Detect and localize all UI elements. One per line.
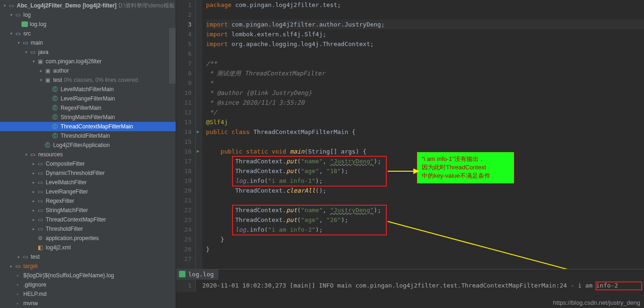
chevron-down-icon: ▾ — [2, 3, 7, 8]
package-icon: ▣ — [44, 76, 51, 84]
code-line: ThreadContext.put("age", "26"); — [206, 215, 644, 225]
run-gutter: ▶ ▶ — [196, 0, 202, 269]
callout-text: 中的key-value不满足条件 — [422, 172, 509, 180]
project-root[interactable]: ▾ ▭ Abc_Log4j2Filter_Demo [log4j2-filter… — [0, 1, 176, 10]
run-icon[interactable]: ▶ — [197, 129, 199, 134]
class-icon: Ⓒ — [51, 104, 59, 112]
log-output-panel[interactable]: log.log 1 2020-11-01 10:02:30,273 [main|… — [176, 269, 644, 291]
code-line: public class ThreadContextMapFilterMain … — [206, 127, 644, 137]
xml-icon: ◧ — [36, 244, 44, 251]
chevron-down-icon: ▾ — [23, 50, 29, 54]
class-icon: Ⓒ — [51, 114, 59, 121]
chevron-right-icon: ▸ — [16, 254, 21, 259]
tree-file-loglog[interactable]: log.log — [0, 20, 176, 29]
tree-folder-test[interactable]: ▸▭test — [0, 252, 176, 261]
log-line: 2020-11-01 10:02:30,273 [main|] INFO mai… — [202, 280, 641, 292]
tree-folder[interactable]: ▸▭LevelMatchFilter — [0, 178, 176, 187]
code-line — [206, 49, 644, 59]
code-line: */ — [206, 107, 644, 117]
folder-icon: ▭ — [36, 160, 44, 167]
tree-package[interactable]: ▾▣com.pingan.log4j2filter — [0, 57, 176, 66]
code-area[interactable]: package com.pingan.log4j2filter.test; im… — [202, 0, 644, 269]
code-line: * — [206, 78, 644, 88]
code-line: log.info("i am info-2"); — [206, 225, 644, 234]
chevron-down-icon: ▾ — [8, 13, 14, 17]
package-icon: ▣ — [44, 67, 51, 74]
chevron-down-icon: ▾ — [23, 152, 29, 157]
folder-icon: ▭ — [21, 253, 29, 261]
code-line: package com.pingan.log4j2filter.test; — [206, 0, 644, 10]
folder-icon: ▭ — [36, 197, 44, 205]
chevron-right-icon: ▸ — [38, 68, 44, 73]
tree-file-help[interactable]: ▫HELP.md — [0, 289, 176, 299]
tree-package-author[interactable]: ▸▣author — [0, 66, 176, 75]
callout-text: "i am info-1"没有输出， — [422, 155, 509, 163]
class-icon: Ⓒ — [51, 86, 59, 93]
code-line: } — [206, 244, 644, 254]
package-icon: ▣ — [36, 58, 44, 65]
line-number-gutter[interactable]: 12345 678910 1112131415 1617181920 21222… — [176, 0, 196, 269]
code-line: * @since 2020/11/1 3:55:20 — [206, 98, 644, 107]
chevron-down-icon: ▾ — [31, 59, 36, 64]
tree-folder[interactable]: ▸▭CompositeFilter — [0, 159, 176, 168]
tree-class[interactable]: ⒸLevelRangeFilterMain — [0, 94, 176, 103]
watermark-text: https://blog.csdn.net/justry_deng — [553, 299, 640, 306]
code-line: ThreadContext.clearAll(); — [206, 186, 644, 195]
tree-file-tpl[interactable]: ▫${logDir}${noSuffixLogFileName}.log — [0, 271, 176, 280]
tree-file-gitignore[interactable]: ▫.gitignore — [0, 280, 176, 289]
code-line — [206, 10, 644, 20]
code-line — [206, 195, 644, 205]
callout-text: 因为此时ThreadContext — [422, 163, 509, 172]
folder-icon: ▭ — [36, 169, 44, 177]
resources-icon: ▭ — [29, 151, 36, 158]
tree-folder[interactable]: ▸▭ThreadContextMapFilter — [0, 215, 176, 224]
file-icon: ▫ — [14, 300, 21, 307]
tree-folder[interactable]: ▸▭DynamicThresholdFilter — [0, 168, 176, 178]
chevron-down-icon: ▾ — [38, 78, 44, 82]
file-icon: ▫ — [14, 281, 21, 288]
tree-folder[interactable]: ▸▭RegexFilter — [0, 196, 176, 206]
run-icon[interactable]: ▶ — [197, 148, 199, 154]
file-icon: ▫ — [14, 290, 21, 298]
code-line: import lombok.extern.slf4j.Slf4j; — [206, 29, 644, 39]
chevron-right-icon: ▸ — [31, 180, 36, 185]
chevron-right-icon: ▸ — [8, 264, 14, 268]
tree-class-selected[interactable]: ⒸThreadContextMapFilterMain — [0, 122, 176, 131]
tree-class[interactable]: ⒸRegexFilterMain — [0, 103, 176, 113]
tree-class[interactable]: ⒸThresholdFilterMain — [0, 131, 176, 141]
chevron-right-icon: ▸ — [31, 171, 36, 175]
tree-folder[interactable]: ▸▭StringMatchFilter — [0, 206, 176, 215]
code-line: /** — [206, 59, 644, 68]
tree-class-app[interactable]: ⒸLog4j2FilterApplication — [0, 141, 176, 150]
tree-folder-main[interactable]: ▾▭main — [0, 38, 176, 47]
tree-folder[interactable]: ▸▭ThresholdFilter — [0, 224, 176, 234]
tree-file-props[interactable]: ⚙application.properties — [0, 234, 176, 243]
code-editor[interactable]: 12345 678910 1112131415 1617181920 21222… — [176, 0, 644, 269]
tree-package-test[interactable]: ▾▣test0% classes, 0% lines covered — [0, 75, 176, 85]
chevron-down-icon: ▾ — [8, 31, 14, 36]
tree-class[interactable]: ⒸStringMatchFilterMain — [0, 113, 176, 122]
code-line-current: import com.pingan.log4j2filter.author.Ju… — [206, 20, 644, 29]
folder-icon: ▭ — [21, 39, 29, 47]
project-tree[interactable]: ▾ ▭ Abc_Log4j2Filter_Demo [log4j2-filter… — [0, 0, 176, 308]
chevron-right-icon: ▸ — [31, 217, 36, 222]
code-line: import org.apache.logging.log4j.ThreadCo… — [206, 39, 644, 49]
project-tree-panel[interactable]: ▾ ▭ Abc_Log4j2Filter_Demo [log4j2-filter… — [0, 0, 176, 308]
chevron-right-icon: ▸ — [31, 208, 36, 213]
tree-folder-target[interactable]: ▸▭target — [0, 261, 176, 271]
tree-folder-src[interactable]: ▾▭src — [0, 29, 176, 38]
folder-icon: ▭ — [36, 207, 44, 214]
target-icon: ▭ — [14, 262, 21, 270]
tree-file-xml[interactable]: ◧log4j2.xml — [0, 243, 176, 252]
tree-folder[interactable]: ▸▭LevelRangeFilter — [0, 187, 176, 196]
tree-file-mvnw[interactable]: ▫mvnw — [0, 299, 176, 308]
folder-icon: ▭ — [14, 30, 21, 37]
folder-icon: ▭ — [14, 11, 21, 19]
log-tab[interactable]: log.log — [176, 269, 219, 280]
tree-class[interactable]: ⒸLevelMatchFilterMain — [0, 85, 176, 94]
tree-folder-java[interactable]: ▾▭java — [0, 47, 176, 57]
tree-folder-log[interactable]: ▾▭log — [0, 10, 176, 20]
sidebar-scrollbar[interactable] — [169, 28, 176, 84]
chevron-right-icon: ▸ — [31, 227, 36, 231]
tree-folder-resources[interactable]: ▾▭resources — [0, 150, 176, 159]
